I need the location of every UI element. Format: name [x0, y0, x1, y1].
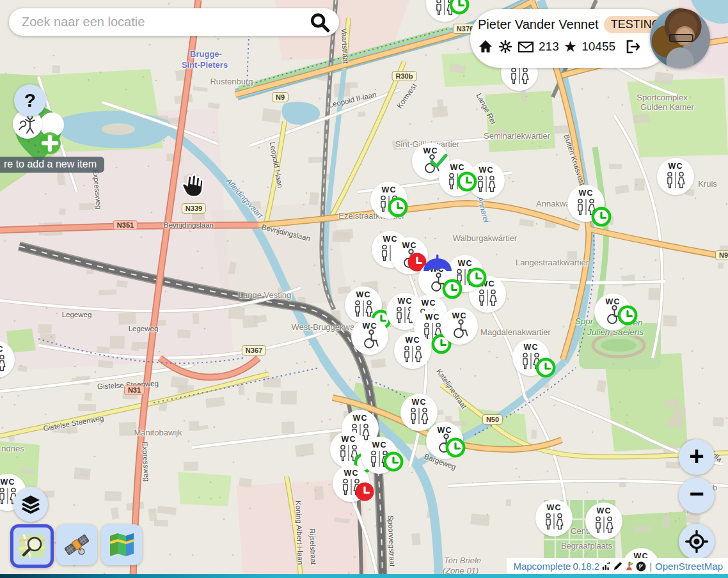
home-icon[interactable]: [478, 39, 493, 54]
wc-marker[interactable]: WC: [567, 185, 605, 222]
wc-marker[interactable]: WC: [426, 0, 463, 22]
toilets-icon: WC: [426, 0, 463, 22]
hand-cursor-icon: [178, 171, 205, 198]
wc-marker[interactable]: WC: [594, 293, 631, 331]
basemap-map-button[interactable]: [101, 524, 142, 565]
wc-marker[interactable]: WC: [370, 182, 408, 219]
zoom-in-button[interactable]: +: [679, 439, 715, 475]
svg-text:WC: WC: [425, 313, 440, 322]
wc-marker[interactable]: WC: [585, 503, 622, 540]
svg-text:WC: WC: [479, 166, 494, 175]
messages-envelope-icon[interactable]: [518, 40, 534, 54]
toilets-icon: WC: [370, 182, 408, 219]
toilets-icon: WC: [439, 159, 476, 196]
logout-icon[interactable]: [625, 39, 642, 54]
crosshair-icon: [684, 529, 709, 554]
wc-marker[interactable]: WC: [351, 318, 388, 355]
wheelchair-toilet-icon: WC: [594, 293, 631, 331]
svg-text:WC: WC: [606, 297, 621, 306]
toilets-icon: WC: [535, 499, 573, 536]
bottom-strip: [0, 574, 728, 578]
svg-text:WC: WC: [402, 241, 417, 250]
attribution-app[interactable]: Mapcomplete: [513, 561, 571, 572]
svg-text:WC: WC: [438, 426, 452, 435]
wc-marker[interactable]: WC: [0, 341, 15, 378]
wheelchair-toilet-icon: WC: [351, 318, 388, 355]
svg-text:WC: WC: [458, 259, 473, 268]
svg-text:WC: WC: [363, 322, 377, 331]
wc-marker[interactable]: WC: [333, 465, 370, 502]
search-bar[interactable]: [9, 8, 339, 36]
license-icon[interactable]: [636, 561, 646, 572]
geolocate-button[interactable]: [679, 524, 715, 559]
help-button[interactable]: ?: [14, 84, 46, 116]
svg-text:WC: WC: [422, 299, 436, 308]
svg-text:WC: WC: [342, 435, 356, 444]
wc-marker[interactable]: WC: [441, 308, 478, 345]
add-item-tooltip: re to add a new item: [0, 157, 104, 173]
toilets-icon: WC: [657, 158, 694, 195]
star-icon: ★: [564, 40, 578, 53]
svg-text:WC: WC: [423, 146, 438, 155]
svg-text:WC: WC: [547, 503, 562, 512]
wc-marker[interactable]: WC: [394, 332, 431, 369]
svg-text:WC: WC: [406, 336, 420, 345]
svg-text:WC: WC: [669, 162, 683, 171]
help-label: ?: [24, 90, 36, 111]
layers-button[interactable]: [13, 487, 48, 522]
user-name: Pieter Vander Vennet: [478, 17, 599, 32]
toilets-icon: WC: [0, 341, 15, 378]
basemap-osm-button[interactable]: [10, 524, 54, 568]
svg-text:WC: WC: [344, 469, 359, 478]
world-map-icon: [107, 530, 136, 559]
svg-text:WC: WC: [372, 441, 387, 449]
zoom-out-button[interactable]: −: [679, 478, 715, 513]
svg-text:WC: WC: [382, 185, 397, 194]
wc-marker[interactable]: WC: [426, 422, 463, 459]
wc-marker[interactable]: WC: [439, 159, 476, 196]
user-avatar[interactable]: [650, 8, 710, 68]
attribution-version: 0.18.2: [573, 561, 599, 572]
wheelchair-toilet-icon: WC: [426, 422, 463, 459]
settings-gear-icon[interactable]: [498, 39, 513, 54]
edit-pencil-icon[interactable]: [613, 561, 622, 571]
svg-text:WC: WC: [597, 506, 612, 515]
attribution-bar: Mapcomplete 0.18.2 | OpenStreetMap: [507, 558, 728, 574]
svg-text:WC: WC: [450, 163, 465, 172]
toilets-icon: WC: [333, 465, 370, 502]
umbrella-icon: [421, 253, 454, 274]
statistics-icon[interactable]: [601, 561, 611, 571]
svg-text:WC: WC: [524, 343, 539, 352]
wc-marker[interactable]: WC: [512, 339, 550, 376]
satellite-icon: [62, 530, 91, 559]
svg-text:WC: WC: [579, 189, 594, 198]
toilets-icon: WC: [394, 332, 431, 369]
svg-text:WC: WC: [1, 478, 15, 487]
svg-text:WC: WC: [0, 345, 3, 354]
toilets-icon: WC: [512, 339, 550, 376]
user-panel[interactable]: Pieter Vander Vennet TESTING 213: [470, 9, 670, 68]
svg-text:WC: WC: [452, 311, 467, 320]
openstreetmap-link[interactable]: OpenStreetMap: [655, 561, 723, 572]
theme-toilets-icon[interactable]: [624, 561, 634, 571]
message-count: 213: [539, 40, 559, 54]
toilets-icon: WC: [585, 503, 622, 540]
wheelchair-toilet-icon: WC: [441, 308, 478, 345]
layers-icon: [20, 494, 42, 515]
map-magnifier-icon: [17, 531, 47, 561]
search-icon[interactable]: [309, 12, 331, 33]
toilets-icon: WC: [567, 185, 605, 222]
attribution-separator: |: [649, 561, 652, 572]
basemap-satellite-button[interactable]: [56, 524, 97, 565]
star-count: 10455: [582, 40, 615, 54]
wc-marker[interactable]: WC: [657, 158, 694, 195]
wc-marker[interactable]: WC: [535, 499, 573, 536]
svg-text:WC: WC: [356, 290, 371, 299]
mapcomplete-app: Brugge-Sint-PietersRustenburgKomvestLeop…: [0, 0, 728, 578]
search-input[interactable]: [20, 14, 309, 30]
svg-text:WC: WC: [412, 398, 427, 407]
svg-text:WC: WC: [353, 414, 368, 423]
